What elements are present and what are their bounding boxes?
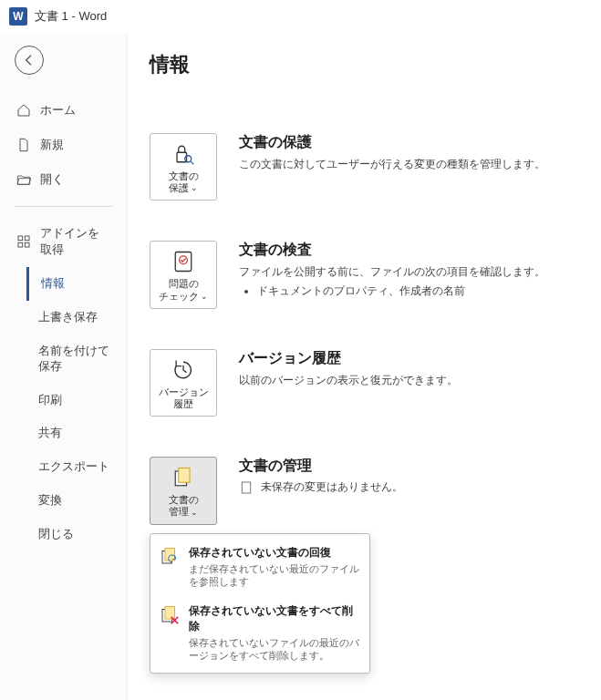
section-inspect: 問題の チェック ⌄ 文書の検査 ファイルを公開する前に、ファイルの次の項目を確… <box>150 241 579 308</box>
file-icon <box>16 138 31 152</box>
nav-open[interactable]: 開く <box>0 162 127 197</box>
recover-desc: まだ保存されていない最近のファイルを参照します <box>189 562 360 589</box>
protect-desc: この文書に対してユーザーが行える変更の種類を管理します。 <box>239 156 579 172</box>
svg-point-5 <box>185 156 192 162</box>
nav-label: 印刷 <box>38 393 62 408</box>
arrow-left-icon <box>22 53 36 67</box>
document-icon <box>239 480 254 495</box>
back-button[interactable] <box>15 46 44 75</box>
history-desc: 以前のバージョンの表示と復元ができます。 <box>239 372 579 388</box>
version-history-button[interactable]: バージョン 履歴 <box>150 349 217 417</box>
svg-rect-10 <box>179 468 190 483</box>
document-refresh-icon <box>160 547 181 569</box>
protect-document-button[interactable]: 文書の 保護 ⌄ <box>150 133 217 201</box>
document-delete-icon <box>160 605 181 627</box>
svg-rect-15 <box>165 606 175 619</box>
nav-export[interactable]: エクスポート <box>29 450 127 484</box>
home-icon <box>16 103 31 118</box>
separator <box>15 206 112 207</box>
nav-label: 変換 <box>38 493 62 509</box>
nav-new[interactable]: 新規 <box>0 128 127 162</box>
nav-saveas[interactable]: 名前を付けて保存 <box>29 335 127 384</box>
nav-addins[interactable]: アドインを取得 <box>0 216 127 267</box>
inspect-bullet: ドキュメントのプロパティ、作成者の名前 <box>257 283 579 299</box>
grid-icon <box>16 234 31 249</box>
protect-title: 文書の保護 <box>239 133 579 152</box>
nav-label: 新規 <box>40 137 64 153</box>
recover-unsaved-item[interactable]: 保存されていない文書の回復 まだ保存されていない最近のファイルを参照します <box>154 538 366 596</box>
nav-label: 名前を付けて保存 <box>38 344 118 375</box>
section-manage: 文書の 管理 ⌄ 文書の管理 未保存の変更はありません。 <box>150 457 579 524</box>
svg-rect-11 <box>242 482 250 493</box>
delete-desc: 保存されていないファイルの最近のバージョンをすべて削除します。 <box>189 636 360 663</box>
folder-open-icon <box>16 172 31 187</box>
chevron-down-icon: ⌄ <box>191 508 198 518</box>
nav-transform[interactable]: 変換 <box>29 484 127 518</box>
svg-rect-3 <box>25 242 29 247</box>
main-content: 情報 文書の 保護 ⌄ 文書の保護 この文書に対してユーザーが行える変更の種類を… <box>128 33 601 700</box>
inspect-title: 文書の検査 <box>239 241 579 260</box>
document-title: 文書 1 - Word <box>35 8 107 25</box>
nav-home[interactable]: ホーム <box>0 93 127 128</box>
nav-label: 上書き保存 <box>38 310 98 325</box>
document-stack-icon <box>171 465 196 490</box>
section-protect: 文書の 保護 ⌄ 文書の保護 この文書に対してユーザーが行える変更の種類を管理し… <box>150 133 579 201</box>
section-history: バージョン 履歴 バージョン履歴 以前のバージョンの表示と復元ができます。 <box>150 349 579 417</box>
word-logo-icon: W <box>9 7 27 26</box>
nav-label: ホーム <box>40 102 76 118</box>
nav-label: 開く <box>40 171 64 188</box>
chevron-down-icon: ⌄ <box>191 183 198 193</box>
page-title: 情報 <box>150 51 579 78</box>
nav-label: エクスポート <box>38 459 109 475</box>
nav-save[interactable]: 上書き保存 <box>29 301 127 335</box>
nav-close[interactable]: 閉じる <box>29 518 127 551</box>
nav-label: アドインを取得 <box>40 225 110 258</box>
nav-info[interactable]: 情報 <box>26 267 127 301</box>
nav-label: 閉じる <box>38 527 74 542</box>
nav-label: 情報 <box>41 276 65 292</box>
manage-status: 未保存の変更はありません。 <box>261 479 403 495</box>
chevron-down-icon: ⌄ <box>201 292 208 302</box>
manage-dropdown: 保存されていない文書の回復 まだ保存されていない最近のファイルを参照します 保存… <box>150 533 370 674</box>
manage-document-button[interactable]: 文書の 管理 ⌄ <box>150 457 217 524</box>
svg-rect-2 <box>18 242 23 247</box>
inspect-desc: ファイルを公開する前に、ファイルの次の項目を確認します。 <box>239 263 579 280</box>
recover-title: 保存されていない文書の回復 <box>189 545 360 561</box>
nav-print[interactable]: 印刷 <box>29 384 127 417</box>
history-title: バージョン履歴 <box>239 349 579 368</box>
delete-title: 保存されていない文書をすべて削除 <box>189 603 360 634</box>
manage-title: 文書の管理 <box>239 457 579 476</box>
inspect-list: ドキュメントのプロパティ、作成者の名前 <box>239 283 579 299</box>
sidebar: ホーム 新規 開く アドインを取得 情報 上書き保存 名前を付けて保存 印刷 共… <box>0 33 128 700</box>
svg-line-6 <box>191 161 194 165</box>
delete-unsaved-item[interactable]: 保存されていない文書をすべて削除 保存されていないファイルの最近のバージョンをす… <box>154 596 366 670</box>
nav-share[interactable]: 共有 <box>29 417 127 450</box>
title-bar: W 文書 1 - Word <box>0 0 601 33</box>
svg-rect-1 <box>25 236 29 241</box>
nav-label: 共有 <box>38 426 62 441</box>
check-badge-icon <box>171 249 196 274</box>
lock-search-icon <box>171 141 196 167</box>
check-issues-button[interactable]: 問題の チェック ⌄ <box>150 241 217 308</box>
history-icon <box>171 357 196 383</box>
svg-rect-0 <box>18 236 23 241</box>
